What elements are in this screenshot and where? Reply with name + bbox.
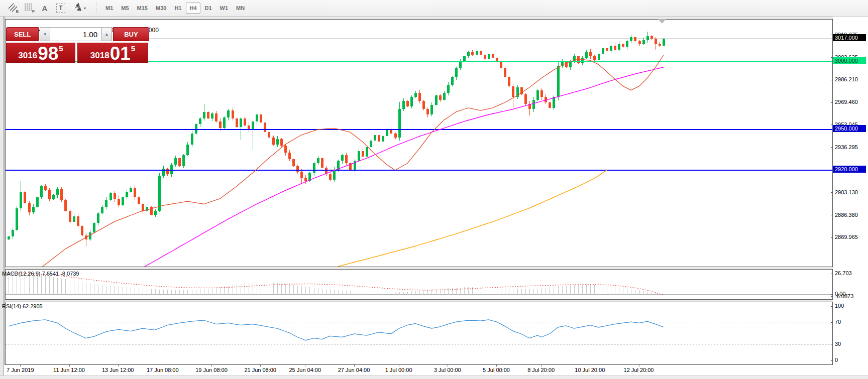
buy-price-prefix: 3018 [90,51,110,60]
buy-price-big: 01 [110,46,131,61]
window-bottom-strip [0,375,868,379]
time-tick-mark [399,365,399,366]
time-label: 5 Jul 00:00 [483,367,510,373]
rsi-tick-mark [831,322,833,323]
price-axis[interactable]: 3019.3753002.6252986.2102969.4602953.045… [833,17,868,379]
rsi-indicator-label: RSI(14) 62.2905 [2,303,43,309]
rsi-pane[interactable] [5,302,833,365]
price-tick-label: 2969.460 [835,99,858,105]
macd-histogram [9,271,664,295]
time-tick-mark [211,365,212,366]
time-tick-mark [69,365,70,366]
rsi-line [9,320,664,340]
one-click-trade-panel: SELL ▼ ▲ BUY 3016 98 5 3018 01 5 [6,27,149,63]
price-tick-mark [831,102,833,103]
buy-price-sup: 5 [131,44,135,53]
sell-price-sup: 5 [59,44,63,53]
tool-sub-letter: E [16,9,19,14]
buy-button[interactable]: BUY [113,27,149,41]
macd-indicator-label: MACD(12,26,9) 7.6541 -8.0739 [2,271,79,277]
volume-decrease-button[interactable]: ▼ [40,27,50,41]
window-left-edge [4,17,5,379]
rsi-tick-label: 100 [835,303,844,309]
macd-tick-mark [831,274,833,274]
text-label-tool-button[interactable]: T [53,2,68,15]
macd-tick-label: -6.0873 [835,293,853,299]
time-label: 19 Jun 08:00 [195,367,228,373]
price-tick-mark [831,147,833,148]
macd-signal-line [9,274,664,295]
time-label: 8 Jul 20:00 [527,367,555,373]
volume-input[interactable] [50,27,101,41]
sell-button[interactable]: SELL [6,27,39,41]
timeframe-button-d1[interactable]: D1 [201,3,215,14]
arrows-icon [73,2,83,14]
rsi-tick-mark [831,306,833,307]
sell-price-big: 98 [38,46,58,61]
price-tick-label: 2986.210 [835,76,858,82]
tool-sub-letter: F [32,9,35,14]
toolbar-separator [95,2,97,14]
time-label: 3 Jul 00:00 [434,367,461,373]
chart-window: 3019.3753002.6252986.2102969.4602953.045… [0,17,868,379]
time-tick-mark [354,365,355,366]
time-label: 17 Jun 08:00 [147,367,179,373]
timeframe-button-m30[interactable]: M30 [152,3,170,14]
time-tick-mark [448,365,448,366]
equidistant-channel-tool-button[interactable]: E [5,2,20,15]
rsi-tick-label: 0 [835,357,838,363]
price-tick-mark [831,80,833,80]
macd-tick-mark [831,294,833,295]
buy-price-display[interactable]: 3018 01 5 [77,43,148,63]
time-label: 1 Jul 00:00 [385,367,412,373]
candlesticks [8,32,665,246]
chart-shift-marker [658,19,666,24]
macd-tick-label: 26.703 [835,270,852,276]
time-label: 10 Jul 20:00 [575,367,605,373]
timeframe-button-h1[interactable]: H1 [171,3,185,14]
fibonacci-tool-button[interactable]: F [21,2,36,15]
sell-price-prefix: 3016 [18,51,37,60]
time-axis[interactable]: 7 Jun 201911 Jun 12:0013 Jun 12:0017 Jun… [4,365,833,375]
timeframe-button-w1[interactable]: W1 [216,3,232,14]
time-tick-mark [496,365,497,366]
ma-fast-line [41,55,664,267]
time-tick-mark [305,365,305,366]
time-label: 21 Jun 08:00 [244,367,276,373]
rsi-tick-mark [831,344,833,344]
price-tick-mark [831,215,833,215]
price-tick-label: 2886.380 [835,212,858,218]
timeframe-button-mn[interactable]: MN [233,3,248,14]
timeframe-button-m1[interactable]: M1 [102,3,117,14]
time-tick-mark [541,365,541,366]
ma-slow-line [338,170,607,267]
price-tick-mark [831,192,833,193]
time-tick-mark [163,365,163,366]
time-tick-mark [118,365,119,366]
timeframe-button-m5[interactable]: M5 [118,3,132,14]
macd-tick-mark [831,296,833,297]
current-price-label: 3017.000 [833,34,866,41]
timeframe-button-m15[interactable]: M15 [134,3,151,14]
time-label: 25 Jun 04:00 [289,367,321,373]
level-2950-label: 2950.000 [833,125,866,132]
rsi-tick-mark [831,360,833,361]
level-2920-label: 2920.000 [833,166,866,173]
text-tool-button[interactable]: A [37,2,52,15]
text-tool-icon: A [42,4,48,13]
arrows-tool-button[interactable]: ▾ [69,2,89,15]
text-label-icon: T [56,4,65,13]
volume-increase-button[interactable]: ▲ [101,27,112,41]
toolbar: E F A T ▾ M1M5M15M30H1H4 [0,0,868,17]
time-tick-mark [639,365,639,366]
sell-price-display[interactable]: 3016 98 5 [6,43,75,63]
rsi-tick-label: 70 [835,319,841,325]
time-tick-mark [20,365,21,366]
time-label: 11 Jun 12:00 [53,367,85,373]
price-tick-label: 2903.130 [835,189,858,195]
level-3000-label: 3000.000 [833,57,866,64]
price-tick-label: 2936.295 [835,144,858,150]
timeframe-button-h4[interactable]: H4 [186,3,200,14]
time-label: 27 Jun 04:00 [338,367,370,373]
macd-pane[interactable] [5,269,833,300]
